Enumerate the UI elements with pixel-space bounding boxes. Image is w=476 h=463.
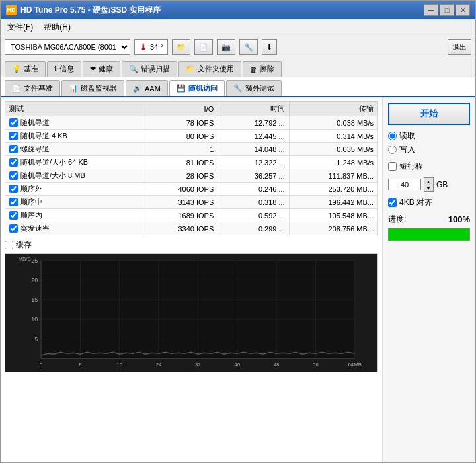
erase-icon: 🗑	[250, 65, 257, 73]
maximize-button[interactable]: □	[440, 4, 454, 16]
table-row: 顺序外 4060 IOPS 0.246 ... 253.720 MB...	[5, 183, 378, 196]
temperature-display: 🌡 34 °	[134, 39, 168, 55]
random-access-icon: 💾	[177, 84, 186, 93]
time-cell: 14.048 ...	[218, 143, 289, 156]
tab-aam[interactable]: 🔊 AAM	[126, 80, 168, 96]
health-icon: ❤	[90, 65, 96, 73]
progress-label: 进度:	[388, 214, 406, 225]
shortcircuit-checkbox[interactable]	[388, 162, 397, 171]
svg-text:8: 8	[79, 362, 82, 368]
tab-random-access-label: 随机访问	[188, 83, 218, 93]
progress-label-row: 进度: 100%	[388, 214, 470, 225]
test-checkbox[interactable]	[9, 198, 18, 206]
test-checkbox[interactable]	[9, 224, 18, 233]
test-checkbox[interactable]	[9, 185, 18, 193]
transfer-cell: 196.442 MB...	[289, 196, 377, 209]
tab-health-label: 健康	[99, 64, 113, 74]
tab-folder-usage[interactable]: 📁 文件夹使用	[178, 61, 241, 77]
right-panel: 开始 读取 写入 短行程 ▲	[383, 97, 475, 462]
benchmark-icon: 💡	[12, 65, 21, 73]
test-name-cell: 顺序外	[5, 183, 147, 196]
align-checkbox[interactable]	[388, 198, 397, 207]
spinbox-buttons: ▲ ▼	[424, 177, 434, 192]
io-cell: 4060 IOPS	[147, 183, 218, 196]
read-option[interactable]: 读取	[388, 130, 470, 142]
camera-icon: 📷	[221, 43, 231, 52]
test-checkbox[interactable]	[9, 171, 18, 180]
test-checkbox[interactable]	[9, 158, 18, 167]
test-checkbox[interactable]	[9, 211, 18, 220]
tab-error-scan[interactable]: 🔍 错误扫描	[122, 61, 177, 77]
tab-info[interactable]: ℹ 信息	[47, 61, 81, 77]
spinbox-down-button[interactable]: ▼	[424, 185, 433, 191]
tab-file-benchmark[interactable]: 📄 文件基准	[5, 80, 60, 96]
tab-file-benchmark-label: 文件基准	[24, 83, 53, 93]
menu-help[interactable]: 帮助(H)	[40, 21, 75, 34]
close-button[interactable]: ✕	[456, 4, 470, 16]
transfer-cell: 1.248 MB/s	[289, 156, 377, 169]
exit-button[interactable]: 退出	[448, 39, 471, 55]
test-table: 测试 I/O 时间 传输 随机寻道 78 IOPS 12.792 ... 0.0…	[5, 101, 378, 235]
read-radio[interactable]	[388, 132, 397, 140]
table-row: 随机寻道/大小 64 KB 81 IOPS 12.322 ... 1.248 M…	[5, 156, 378, 169]
tab-benchmark[interactable]: 💡 基准	[5, 61, 46, 77]
tab-random-access[interactable]: 💾 随机访问	[169, 80, 225, 96]
progress-section: 进度: 100%	[388, 214, 470, 241]
wrench-button[interactable]: 🔧	[239, 39, 258, 55]
test-checkbox[interactable]	[9, 118, 18, 127]
io-cell: 1	[147, 143, 218, 156]
write-radio[interactable]	[388, 146, 397, 154]
title-buttons: ─ □ ✕	[424, 4, 470, 16]
tab-disk-monitor[interactable]: 📊 磁盘监视器	[61, 80, 124, 96]
camera-button[interactable]: 📷	[217, 39, 235, 55]
disk-monitor-icon: 📊	[69, 84, 78, 93]
svg-text:20: 20	[31, 277, 38, 284]
page-button[interactable]: 📄	[194, 39, 213, 55]
align-option[interactable]: 4KB 对齐	[388, 197, 470, 208]
folder-button[interactable]: 📁	[172, 39, 190, 55]
gb-input[interactable]	[388, 179, 421, 190]
cache-checkbox[interactable]	[5, 241, 13, 249]
title-bar-left: HD HD Tune Pro 5.75 - 硬盘/SSD 实用程序	[6, 5, 161, 16]
test-name-cell: 随机寻道/大小 64 KB	[5, 156, 147, 169]
svg-text:48: 48	[274, 362, 280, 368]
test-checkbox[interactable]	[9, 145, 18, 153]
start-button[interactable]: 开始	[388, 103, 470, 125]
tab-error-scan-label: 错误扫描	[141, 64, 170, 74]
spinbox-up-button[interactable]: ▲	[424, 178, 433, 185]
folder-usage-icon: 📁	[186, 65, 195, 73]
shortcircuit-option[interactable]: 短行程	[388, 161, 470, 172]
tabs-row1: 💡 基准 ℹ 信息 ❤ 健康 🔍 错误扫描 📁 文件夹使用 🗑 擦除	[1, 58, 475, 77]
test-checkbox[interactable]	[9, 132, 18, 140]
tab-health[interactable]: ❤ 健康	[83, 61, 120, 77]
io-cell: 78 IOPS	[147, 116, 218, 130]
drive-select[interactable]: TOSHIBA MG06ACA800E (8001 gB)	[5, 39, 130, 55]
download-button[interactable]: ⬇	[262, 39, 277, 55]
io-cell: 1689 IOPS	[147, 209, 218, 222]
tab-erase[interactable]: 🗑 擦除	[243, 61, 282, 77]
wrench-icon: 🔧	[244, 43, 253, 52]
test-name-cell: 随机寻道/大小 8 MB	[5, 169, 147, 183]
transfer-cell: 111.837 MB...	[289, 169, 377, 183]
table-row: 随机寻道/大小 8 MB 28 IOPS 36.257 ... 111.837 …	[5, 169, 378, 183]
file-benchmark-icon: 📄	[12, 84, 21, 93]
table-row: 随机寻道 78 IOPS 12.792 ... 0.038 MB/s	[5, 116, 378, 130]
window-title: HD Tune Pro 5.75 - 硬盘/SSD 实用程序	[20, 5, 161, 16]
app-icon: HD	[6, 5, 17, 15]
aam-icon: 🔊	[133, 84, 142, 93]
tab-extra-tests[interactable]: 🔧 额外测试	[226, 80, 282, 96]
col-time: 时间	[218, 102, 289, 116]
transfer-cell: 105.548 MB...	[289, 209, 377, 222]
test-label: 突发速率	[20, 224, 50, 233]
test-label: 随机寻道/大小 8 MB	[20, 171, 85, 181]
thermometer-icon: 🌡	[139, 42, 148, 52]
shortcircuit-label: 短行程	[399, 161, 423, 172]
test-label: 随机寻道 4 KB	[20, 131, 67, 141]
write-option[interactable]: 写入	[388, 144, 470, 155]
minimize-button[interactable]: ─	[424, 4, 438, 16]
svg-text:16: 16	[116, 362, 122, 368]
time-cell: 0.246 ...	[218, 183, 289, 196]
svg-text:5: 5	[34, 336, 38, 343]
menu-file[interactable]: 文件(F)	[3, 21, 37, 34]
svg-text:15: 15	[31, 296, 38, 303]
